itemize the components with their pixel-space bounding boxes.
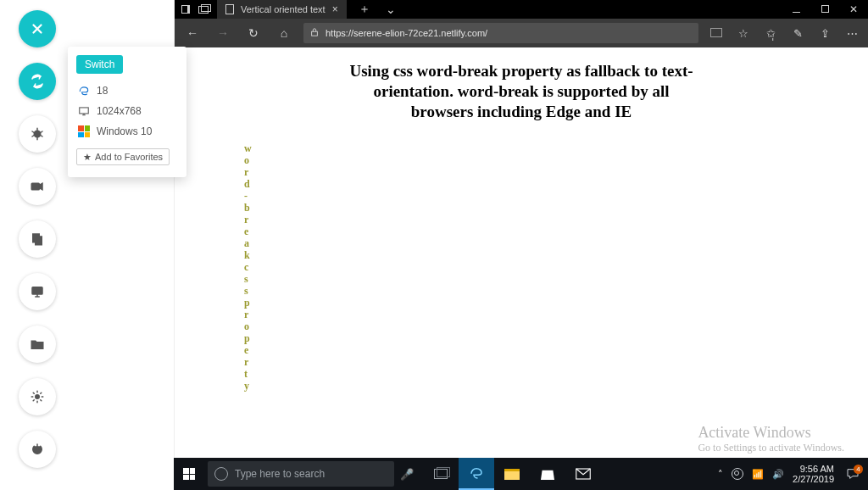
svg-rect-3 [36, 237, 42, 245]
nav-back-button[interactable]: ← [181, 26, 203, 40]
svg-rect-6 [80, 108, 89, 114]
settings-button[interactable] [19, 378, 56, 415]
notification-badge: 4 [854, 465, 863, 474]
switch-button[interactable]: Switch [76, 55, 123, 74]
edge-browser-window: Vertical oriented text × ＋ ⌄ ✕ ← → ↻ ⌂ h… [174, 0, 868, 458]
address-bar: ← → ↻ ⌂ https://serene-elion-72ce21.netl… [175, 19, 868, 47]
tab-title-text: Vertical oriented text [241, 4, 326, 14]
bug-report-button[interactable] [19, 115, 56, 153]
edge-icon [78, 85, 90, 97]
mic-icon[interactable]: 🎤 [394, 468, 420, 481]
window-minimize-button[interactable] [782, 3, 810, 15]
nav-home-button[interactable]: ⌂ [273, 26, 295, 40]
activate-windows-watermark: Activate Windows Go to Settings to activ… [698, 424, 844, 454]
tray-time: 9:56 AM [793, 464, 834, 474]
dev-tool-strip [19, 10, 61, 483]
windows-taskbar: Type here to search 🎤 ˄ 📶 🔊 9:56 AM 2/27… [174, 458, 868, 490]
taskbar-edge-button[interactable] [459, 458, 494, 490]
add-favorites-button[interactable]: ★ Add to Favorites [76, 148, 170, 165]
tray-date: 2/27/2019 [793, 474, 834, 484]
taskbar-search[interactable]: Type here to search [208, 461, 394, 487]
windows-icon [78, 125, 90, 137]
start-button[interactable] [174, 458, 204, 490]
watermark-subtitle: Go to Settings to activate Windows. [698, 442, 844, 454]
power-button[interactable] [19, 431, 56, 468]
close-session-button[interactable] [19, 10, 56, 47]
copy-button[interactable] [19, 220, 56, 258]
browser-version-text: 18 [97, 85, 108, 97]
svg-rect-7 [312, 31, 318, 36]
system-tray: ˄ 📶 🔊 9:56 AM 2/27/2019 4 [718, 464, 868, 484]
window-close-button[interactable]: ✕ [839, 3, 868, 15]
tray-clock[interactable]: 9:56 AM 2/27/2019 [793, 464, 834, 484]
tab-aside-icon[interactable] [181, 5, 190, 14]
svg-rect-4 [32, 287, 42, 294]
action-center-button[interactable]: 4 [843, 464, 863, 484]
more-menu-icon[interactable]: ⋯ [843, 27, 861, 40]
vertical-text-demo: word-break css property [244, 142, 253, 392]
tray-overflow-icon[interactable]: ˄ [718, 469, 723, 480]
local-testing-button[interactable] [19, 273, 56, 310]
star-icon: ★ [83, 153, 92, 162]
taskbar-store-button[interactable] [530, 458, 565, 490]
share-icon[interactable]: ⇪ [815, 27, 834, 40]
files-button[interactable] [19, 326, 56, 363]
tray-volume-icon[interactable]: 🔊 [772, 469, 784, 480]
favorite-star-icon[interactable]: ☆ [734, 27, 753, 40]
os-row: Windows 10 [68, 121, 186, 142]
page-icon [225, 4, 234, 14]
lock-icon [310, 28, 319, 38]
add-favorites-label: Add to Favorites [95, 152, 163, 162]
resolution-text: 1024x768 [97, 105, 142, 117]
page-viewport: Using css word-break property as fallbac… [175, 61, 868, 471]
cortana-icon [214, 467, 228, 481]
window-maximize-button[interactable] [810, 3, 839, 15]
browser-row: 18 [68, 81, 186, 101]
task-view-button[interactable] [423, 458, 459, 490]
new-tab-button[interactable]: ＋ [355, 2, 374, 17]
resolution-row: 1024x768 [68, 101, 186, 121]
svg-point-5 [36, 395, 40, 399]
window-titlebar: Vertical oriented text × ＋ ⌄ ✕ [175, 0, 868, 19]
device-info-panel: Switch 18 1024x768 Windows 10 ★ Add to F… [68, 47, 186, 177]
taskbar-mail-button[interactable] [565, 458, 601, 490]
favorites-hub-icon[interactable]: ✩̩ [761, 27, 780, 40]
nav-refresh-button[interactable]: ↻ [242, 26, 264, 40]
nav-forward-button[interactable]: → [212, 26, 234, 40]
close-tab-icon[interactable]: × [332, 3, 338, 15]
notes-icon[interactable]: ✎ [788, 27, 807, 40]
switch-device-button[interactable] [19, 63, 56, 100]
tab-preview-icon[interactable] [198, 6, 209, 14]
watermark-title: Activate Windows [698, 424, 844, 442]
svg-point-0 [34, 131, 41, 137]
svg-rect-1 [31, 183, 39, 190]
taskbar-explorer-button[interactable] [494, 458, 530, 490]
tray-network-icon[interactable]: 📶 [752, 469, 764, 480]
windows-logo-icon [183, 468, 195, 480]
reading-view-icon[interactable] [707, 27, 726, 40]
record-video-button[interactable] [19, 168, 56, 205]
search-placeholder-text: Type here to search [235, 468, 325, 480]
pinned-apps [423, 458, 601, 490]
tabs-dropdown-icon[interactable]: ⌄ [382, 3, 399, 16]
url-field[interactable]: https://serene-elion-72ce21.netlify.com/ [303, 23, 698, 43]
monitor-icon [78, 105, 90, 117]
tray-people-icon[interactable] [732, 468, 743, 480]
page-heading: Using css word-break property as fallbac… [343, 61, 699, 121]
os-text: Windows 10 [97, 125, 152, 137]
url-text: https://serene-elion-72ce21.netlify.com/ [326, 28, 487, 38]
browser-tab[interactable]: Vertical oriented text × [217, 0, 347, 19]
